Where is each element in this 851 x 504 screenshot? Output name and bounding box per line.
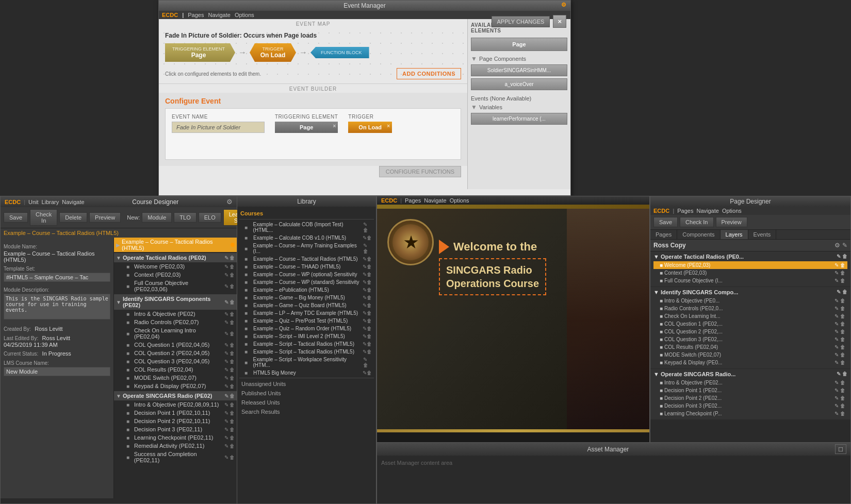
tab-components[interactable]: Components [677, 230, 720, 239]
lib-search-results[interactable]: Search Results [239, 407, 374, 416]
tab-layers[interactable]: Layers [721, 230, 748, 239]
pd-preview-button[interactable]: Preview [716, 217, 747, 227]
tree-item-radio-controls[interactable]: ■ Radio Controls (PE02,07) ✎🗑 [114, 318, 237, 326]
em-menu-options[interactable]: Options [235, 12, 254, 18]
lib-item-15[interactable]: ■ Example – Script – Tactical Radios (HT… [239, 340, 374, 348]
lib-item-13[interactable]: ■ Example – Quiz – Random Order (HTML5) … [239, 325, 374, 332]
pd-item-context[interactable]: ■ Context (PE02,03) ✎ 🗑 [653, 269, 847, 277]
component1-button[interactable]: SoldierSINCGARSinHMM... [471, 64, 567, 76]
tree-item-dp2[interactable]: ■ Decision Point 2 (PE02,10,11) ✎🗑 [114, 417, 237, 425]
preview-menu-pages[interactable]: Pages [405, 197, 421, 204]
cd-new-elo[interactable]: ELO [199, 212, 221, 223]
gear-icon-cd[interactable]: ⚙ [226, 198, 233, 206]
cd-menu-navigate[interactable]: Navigate [62, 199, 84, 205]
lms-course-name-input[interactable] [4, 367, 110, 376]
section-identify-sincgars[interactable]: ▼ Identify SINCGARS Components (PE02) ✎🗑 [114, 294, 237, 310]
collapse-variables-button[interactable]: ▼ [471, 104, 477, 111]
tree-item-learning-checkpoint[interactable]: ■ Learning Checkpoint (PE02,11) ✎🗑 [114, 433, 237, 442]
section-operate-tactical[interactable]: ▼ Operate Tactical Radios (PE02) ✎🗑 [114, 253, 237, 262]
pd-menu-navigate[interactable]: Navigate [696, 208, 718, 214]
tree-item-col-results[interactable]: ■ COL Results (PE02,04) ✎🗑 [114, 365, 237, 374]
lib-item-7[interactable]: ■ Example – Course – WP (standard) Sensi… [239, 278, 374, 286]
pd-item-dp3-pd[interactable]: ■Decision Point 3 (PE02... ✎ 🗑 [653, 402, 847, 410]
lib-unassigned-units[interactable]: Unassigned Units [239, 379, 374, 389]
lib-item-5[interactable]: ■ Example – Course – THAAD (HTML5) ✎🗑 [239, 263, 374, 271]
tree-item-context[interactable]: ■ Context (PE02,03) ✎🗑 [114, 271, 237, 279]
pd-item-check-learning[interactable]: ■Check On Learning Int... ✎ 🗑 [653, 312, 847, 320]
event-name-input[interactable] [172, 122, 265, 133]
section-operate-sincgars[interactable]: ▼ Operate SINCGARS Radio (PE02) ✎🗑 [114, 391, 237, 400]
collapse-components-button[interactable]: ▼ [471, 55, 477, 62]
cd-new-tlo[interactable]: TLO [174, 212, 196, 223]
close-button-em[interactable]: × [553, 15, 566, 28]
tree-item-remedial[interactable]: ■ Remedial Activity (PE02,11) ✎🗑 [114, 442, 237, 450]
pd-item-edit-welcome[interactable]: ✎ 🗑 [834, 262, 845, 268]
lib-published-units[interactable]: Published Units [239, 389, 374, 398]
template-set-input[interactable] [4, 273, 110, 282]
tree-item-intro-obj[interactable]: ■ Intro & Objective (PE02) ✎🗑 [114, 310, 237, 318]
em-menu-pages[interactable]: Pages [188, 12, 204, 18]
pd-item-learning-chk-pd[interactable]: ■Learning Checkpoint (P... ✎ 🗑 [653, 410, 847, 417]
tree-item-fullcourse[interactable]: ■ Full Course Objective (PE02,03,06) ✎🗑 [114, 279, 237, 293]
variable1-button[interactable]: learnerPerformance (... [471, 113, 567, 125]
tree-item-col-q1[interactable]: ■ COL Question 1 (PE02,04,05) ✎🗑 [114, 341, 237, 349]
lib-courses-header[interactable]: Courses [239, 209, 374, 218]
lib-item-3[interactable]: ■ Example – Course – Army Training Examp… [239, 242, 374, 255]
page-form-button[interactable]: Page [275, 122, 338, 133]
lib-item-2[interactable]: ■ Example – Calculate COB v1.0 (HTML5) ✎… [239, 234, 374, 242]
add-conditions-button[interactable]: ADD CONDITIONS [397, 68, 461, 79]
apply-changes-button[interactable]: APPLY CHANGES [492, 16, 550, 27]
lib-item-script-wp[interactable]: ■ Example – Script – Workplace Sensitivi… [239, 356, 374, 369]
pd-item-mode-switch-pd[interactable]: ■MODE Switch (PE02,07) ✎ 🗑 [653, 351, 847, 359]
lib-item-8[interactable]: ■ Example – ePublication (HTML5) ✎🗑 [239, 286, 374, 294]
function-block-box[interactable]: FUNCTION BLOCK [310, 47, 369, 58]
edit-icon-pd[interactable]: ✎ [842, 242, 847, 249]
configure-functions-button[interactable]: CONFIGURE FUNCTIONS [379, 166, 461, 177]
lib-item-6[interactable]: ■ Example – Course – WP (optional) Sensi… [239, 271, 374, 278]
cd-new-module[interactable]: Module [142, 212, 172, 223]
am-close-button[interactable]: □ [835, 444, 846, 454]
pd-section-operate-tactical-header[interactable]: ▼ Operate Tactical Radios (PE0... ✎ 🗑 [653, 254, 847, 260]
lib-item-html5big[interactable]: ■ HTML5 Big Money ✎🗑 [239, 369, 374, 377]
preview-menu-navigate[interactable]: Navigate [424, 197, 446, 204]
pd-item-dp2-pd[interactable]: ■Decision Point 2 (PE02... ✎ 🗑 [653, 394, 847, 402]
pd-menu-pages[interactable]: Pages [677, 208, 693, 214]
pd-item-keypad-pd[interactable]: ■Keypad & Display (PE0... ✎ 🗑 [653, 359, 847, 366]
delete-icon[interactable]: 🗑 [230, 255, 235, 261]
lib-item-14[interactable]: ■ Example – Script – IMI Level 2 (HTML5)… [239, 332, 374, 340]
tree-item-mode-switch[interactable]: ■ MODE Switch (PE02,07) ✎🗑 [114, 374, 237, 382]
lib-item-16[interactable]: ■ Example – Script – Tactical Radios (HT… [239, 348, 374, 356]
cd-checkin-button[interactable]: Check In [30, 209, 57, 226]
pd-item-col-q1-pd[interactable]: ■COL Question 1 (PE02,... ✎ 🗑 [653, 320, 847, 328]
pd-section-identify-header[interactable]: ▼ Identify SINCGARS Compo... ✎ 🗑 [653, 289, 847, 295]
pd-item-fullcourse[interactable]: ■ Full Course Objective (I... ✎ 🗑 [653, 277, 847, 284]
tree-item-success[interactable]: ■ Success and Completion (PE02,11) ✎🗑 [114, 450, 237, 464]
pd-section-operate-sincgars-header[interactable]: ▼ Operate SINCGARS Radio... ✎ 🗑 [653, 371, 847, 377]
em-menu-navigate[interactable]: Navigate [208, 12, 230, 18]
pd-item-col-q2-pd[interactable]: ■COL Question 2 (PE02,... ✎ 🗑 [653, 328, 847, 335]
lib-released-units[interactable]: Released Units [239, 398, 374, 407]
gear-icon-pd[interactable]: ⚙ [834, 242, 840, 249]
lib-item-10[interactable]: ■ Example – Game – Quiz Board (HTML5) ✎🗑 [239, 301, 374, 309]
pd-item-welcome[interactable]: ■ Welcome (PE02,03) ✎ 🗑 [653, 261, 847, 269]
tree-root-item[interactable]: ▶ Example – Course – Tactical Radios (HT… [114, 238, 237, 252]
tree-item-welcome[interactable]: ■ Welcome (PE02,03) ✎🗑 [114, 262, 237, 271]
cd-save-button[interactable]: Save [4, 212, 28, 223]
preview-menu-options[interactable]: Options [450, 197, 469, 204]
lib-item-12[interactable]: ■ Example – Quiz – Pre/Post Test (HTML5)… [239, 317, 374, 325]
page-right-button[interactable]: Page [471, 38, 567, 51]
cd-preview-button[interactable]: Preview [89, 212, 121, 223]
pd-menu-options[interactable]: Options [722, 208, 742, 214]
pd-item-dp1-pd[interactable]: ■Decision Point 1 (PE02... ✎ 🗑 [653, 387, 847, 394]
lib-item-9[interactable]: ■ Example – Game – Big Money (HTML5) ✎🗑 [239, 294, 374, 301]
edit-icon[interactable]: ✎ [224, 255, 228, 261]
pd-save-button[interactable]: Save [653, 217, 678, 227]
tree-item-keypad[interactable]: ■ Keypad & Display (PE02,07) ✎🗑 [114, 382, 237, 390]
tree-item-col-q2[interactable]: ■ COL Question 2 (PE02,04,05) ✎🗑 [114, 349, 237, 357]
triggering-element-box[interactable]: TRIGGERING ELEMENT Page [165, 43, 235, 62]
component2-button[interactable]: a_voiceOver [471, 78, 567, 90]
gear-icon-em[interactable]: ⚙ [561, 2, 566, 8]
tab-pages[interactable]: Pages [650, 230, 677, 239]
tree-item-dp1[interactable]: ■ Decision Point 1 (PE02,10,11) ✎🗑 [114, 409, 237, 417]
pd-item-col-results-pd[interactable]: ■COL Results (PE02,04) ✎ 🗑 [653, 343, 847, 351]
